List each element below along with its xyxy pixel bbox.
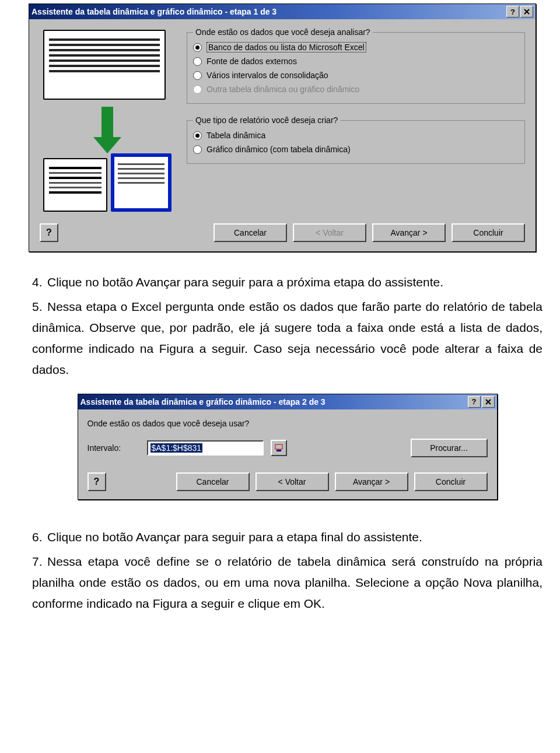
- next-button[interactable]: Avançar >: [372, 223, 446, 242]
- back-button: < Voltar: [293, 223, 366, 242]
- interval-input[interactable]: $A$1:$H$831: [147, 440, 264, 456]
- wizard-step1-dialog: Assistente da tabela dinâmica e gráfico …: [29, 3, 536, 252]
- radio-pivot-table-label: Tabela dinâmica: [206, 131, 265, 140]
- back-button[interactable]: < Voltar: [256, 472, 329, 491]
- next-button[interactable]: Avançar >: [335, 472, 408, 491]
- radio-pivot-chart[interactable]: Gráfico dinâmico (com tabela dinâmica): [193, 142, 519, 156]
- dialog2-prompt: Onde estão os dados que você deseja usar…: [88, 419, 488, 428]
- dialog1-title: Assistente da tabela dinâmica e gráfico …: [32, 7, 505, 16]
- wizard-step2-dialog: Assistente da tabela dinâmica e gráfico …: [78, 394, 498, 500]
- interval-label: Intervalo:: [88, 443, 140, 453]
- radio-other-pivot: Outra tabela dinâmica ou gráfico dinâmic…: [193, 82, 519, 96]
- step7-text: 7.Nessa etapa você define se o relatório…: [32, 551, 542, 614]
- titlebar: Assistente da tabela dinâmica e gráfico …: [29, 4, 536, 19]
- cancel-button[interactable]: Cancelar: [176, 472, 250, 491]
- arrow-down-icon: [96, 107, 119, 153]
- context-help-button[interactable]: ?: [88, 472, 106, 491]
- context-help-button[interactable]: ?: [40, 223, 58, 242]
- cancel-button[interactable]: Cancelar: [214, 223, 287, 242]
- step4-text: 4.Clique no botão Avançar para seguir pa…: [32, 272, 542, 293]
- radio-consolidation-label: Vários intervalos de consolidação: [206, 71, 328, 80]
- group2-legend: Que tipo de relatório você deseja criar?: [193, 115, 340, 125]
- report-type-group: Que tipo de relatório você deseja criar?…: [187, 115, 525, 164]
- collapse-dialog-button[interactable]: [271, 440, 287, 456]
- radio-excel-list[interactable]: Banco de dados ou lista do Microsoft Exc…: [193, 40, 519, 54]
- group1-legend: Onde estão os dados que você deseja anal…: [193, 27, 373, 37]
- wizard-illustration: [40, 27, 174, 214]
- svg-rect-4: [275, 444, 282, 449]
- interval-input-value: $A$1:$H$831: [150, 443, 203, 453]
- finish-button[interactable]: Concluir: [414, 472, 488, 491]
- radio-consolidation[interactable]: Vários intervalos de consolidação: [193, 68, 519, 82]
- radio-other-pivot-label: Outra tabela dinâmica ou gráfico dinâmic…: [206, 85, 359, 94]
- radio-external-source[interactable]: Fonte de dados externos: [193, 54, 519, 68]
- question-icon: ?: [94, 477, 100, 487]
- step6-text: 6.Clique no botão Avançar para seguir pa…: [32, 527, 542, 548]
- finish-button[interactable]: Concluir: [452, 223, 525, 242]
- question-icon: ?: [46, 227, 52, 238]
- dialog2-title: Assistente da tabela dinâmica e gráfico …: [80, 397, 467, 407]
- step5-text: 5.Nessa etapa o Excel pergunta onde estã…: [32, 296, 542, 380]
- close-button[interactable]: [520, 6, 533, 17]
- radio-excel-list-label: Banco de dados ou lista do Microsoft Exc…: [206, 42, 366, 52]
- titlebar: Assistente da tabela dinâmica e gráfico …: [78, 394, 497, 409]
- close-button[interactable]: [482, 396, 495, 408]
- browse-button[interactable]: Procurar...: [411, 439, 488, 457]
- data-source-group: Onde estão os dados que você deseja anal…: [187, 27, 525, 104]
- range-picker-icon: [275, 444, 283, 452]
- help-button[interactable]: ?: [468, 396, 481, 408]
- radio-pivot-table[interactable]: Tabela dinâmica: [193, 128, 519, 142]
- svg-rect-5: [276, 450, 281, 451]
- help-button[interactable]: ?: [506, 6, 519, 17]
- radio-pivot-chart-label: Gráfico dinâmico (com tabela dinâmica): [206, 145, 351, 154]
- radio-external-source-label: Fonte de dados externos: [206, 57, 297, 66]
